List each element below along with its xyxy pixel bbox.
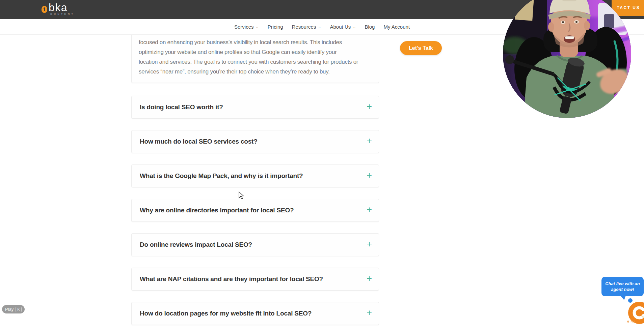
nav-item-resources[interactable]: Resources⌄ [292, 24, 321, 30]
faq-item[interactable]: How do location pages for my website fit… [131, 302, 379, 325]
expand-plus-icon[interactable]: + [367, 308, 372, 318]
expand-plus-icon[interactable]: + [367, 274, 372, 283]
nav-item-pricing[interactable]: Pricing [268, 24, 283, 30]
expand-plus-icon[interactable]: + [367, 205, 372, 214]
faq-answer-text: focused on enhancing your business’s vis… [139, 37, 358, 77]
faq-answer-line: focused on enhancing your business’s vis… [139, 37, 358, 47]
nav-item-label: Blog [365, 24, 375, 30]
nav-item-my-account[interactable]: My Account [383, 24, 410, 30]
chat-watermark-dot [627, 321, 629, 323]
chat-bubble-tail [620, 296, 626, 300]
lets-talk-button[interactable]: Let’s Talk [400, 41, 442, 55]
faq-question: How do location pages for my website fit… [140, 310, 312, 317]
faq-question: Is doing local SEO worth it? [140, 103, 223, 111]
logo-tagline: CONTENT [50, 13, 75, 15]
presenter-video-bubble[interactable] [503, 0, 631, 118]
nav-item-blog[interactable]: Blog [365, 24, 375, 30]
video-play-control[interactable]: Play K [2, 305, 25, 313]
chat-invite-line1: Chat live with an [601, 281, 644, 287]
faq-question: Why are online directories important for… [140, 207, 294, 214]
expand-plus-icon[interactable]: + [367, 102, 372, 111]
faq-item[interactable]: Why are online directories important for… [131, 199, 379, 222]
faq-item[interactable]: What is the Google Map Pack, and why is … [131, 164, 379, 187]
faq-question: What are NAP citations and are they impo… [140, 275, 323, 283]
play-label: Play [5, 307, 14, 312]
nav-item-label: Resources [292, 24, 316, 30]
faq-question: Do online reviews impact Local SEO? [140, 241, 252, 248]
chat-invite-line2: agent now! [601, 287, 644, 292]
faq-answer-line: optimizing your website and online profi… [139, 47, 358, 57]
nav-item-label: About Us [330, 24, 351, 30]
expand-plus-icon[interactable]: + [367, 137, 372, 146]
nav-item-label: Services [234, 24, 254, 30]
chevron-down-icon: ⌄ [353, 25, 356, 29]
expand-plus-icon[interactable]: + [367, 240, 372, 249]
bka-logo[interactable]: bka CONTENT [42, 3, 89, 18]
faq-question: What is the Google Map Pack, and why is … [140, 172, 303, 180]
nav-item-label: Pricing [268, 24, 283, 30]
chevron-down-icon: ⌄ [256, 25, 259, 29]
chevron-down-icon: ⌄ [318, 25, 321, 29]
logo-text: bka [49, 1, 68, 14]
faq-item[interactable]: How much do local SEO services cost? + [131, 130, 379, 153]
chat-watermark-text: ka [630, 319, 635, 324]
faq-question: How much do local SEO services cost? [140, 138, 258, 145]
mouse-cursor [238, 191, 245, 201]
nav-item-about-us[interactable]: About Us⌄ [330, 24, 356, 30]
chat-invite-bubble[interactable]: Chat live with an agent now! [601, 277, 644, 296]
play-shortcut-key: K [16, 307, 21, 312]
faq-item[interactable]: What are NAP citations and are they impo… [131, 268, 379, 291]
faq-item[interactable]: Do online reviews impact Local SEO? + [131, 233, 379, 256]
faq-item[interactable]: Is doing local SEO worth it? + [131, 96, 379, 119]
faq-answer-line: services “near me”, ensuring you’re thei… [139, 67, 358, 77]
nav-item-services[interactable]: Services⌄ [234, 24, 259, 30]
presenter-video-frame [503, 0, 631, 118]
keyhole-logo-icon [42, 6, 47, 13]
expand-plus-icon[interactable]: + [367, 171, 372, 180]
faq-answer-line: location and services. The goal is to co… [139, 57, 358, 67]
nav-item-label: My Account [383, 24, 410, 30]
